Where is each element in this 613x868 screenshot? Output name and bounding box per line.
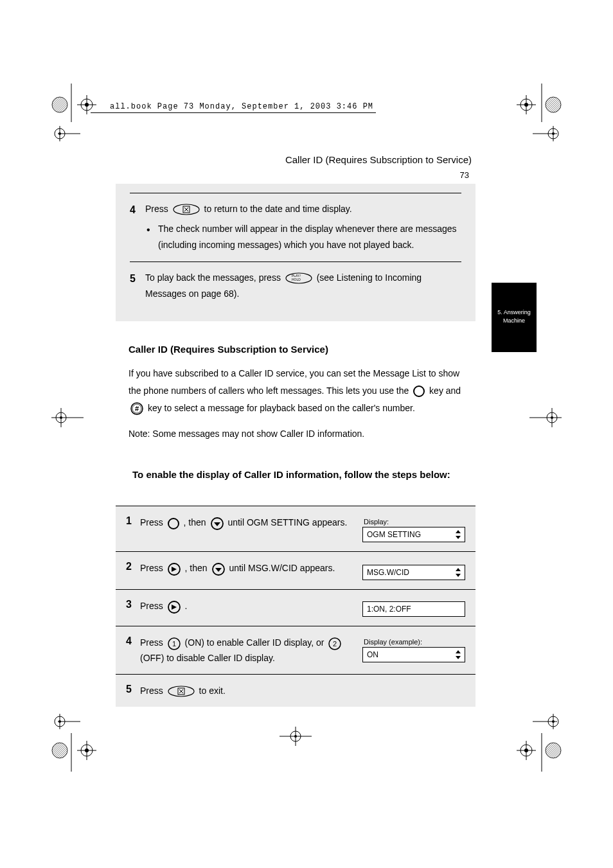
svg-point-10	[58, 132, 61, 135]
play-hold-button-icon: PLAY/HOLD	[285, 272, 313, 285]
svg-text:2: 2	[333, 640, 337, 648]
crop-mark-bottom-center	[280, 727, 312, 746]
svg-point-6	[85, 103, 89, 107]
key-2-icon: 2	[328, 637, 342, 651]
svg-point-12	[546, 97, 561, 112]
svg-text:HOLD: HOLD	[292, 278, 301, 281]
svg-point-46	[546, 743, 561, 758]
row2-mid: , then	[185, 563, 210, 573]
svg-point-33	[58, 720, 61, 723]
display-label: Display (example):	[362, 638, 465, 646]
svg-text:#: #	[135, 405, 139, 412]
steps-box-2: 1 Press , then until OGM SETTING appears…	[116, 506, 475, 707]
step-number: 4	[130, 201, 145, 254]
step-number: 5	[126, 684, 140, 695]
crop-mark-mid-right	[529, 408, 562, 427]
step4-substep: The check number will appear in the disp…	[145, 221, 461, 253]
display-text: ON	[367, 650, 378, 659]
rec-memo-button-icon	[413, 385, 425, 398]
svg-point-40	[85, 748, 89, 752]
svg-point-35	[52, 743, 67, 758]
svg-point-21	[552, 132, 555, 135]
section-para-after: key to select a message for playback bas…	[148, 403, 415, 413]
section-note: Note: Some messages may not show Caller …	[129, 425, 469, 443]
step4-text-before: Press	[145, 204, 171, 214]
step-number: 2	[126, 561, 140, 572]
down-arrow-button-icon	[211, 562, 226, 576]
section-paragraph: If you have subscribed to a Caller ID se…	[129, 365, 469, 416]
row4-pre: Press	[140, 637, 166, 648]
hash-key-icon: #	[130, 402, 144, 416]
scroll-arrows-icon	[454, 650, 462, 660]
step-number: 4	[126, 635, 140, 647]
scroll-arrows-icon	[454, 529, 462, 540]
svg-point-25	[60, 416, 62, 419]
row4-mid: (ON) to enable Caller ID display, or	[185, 637, 327, 648]
down-arrow-button-icon	[210, 517, 224, 531]
row1-post: until OGM SETTING appears.	[227, 517, 347, 527]
row2-post: until MSG.W/CID appears.	[229, 563, 335, 573]
stop-button-icon: STOP	[172, 203, 200, 216]
display-box: MSG.W/CID	[362, 565, 465, 580]
book-header: all.book Page 73 Monday, September 1, 20…	[91, 102, 376, 113]
crop-mark-top-right	[507, 84, 565, 141]
row2-pre: Press	[140, 563, 166, 573]
svg-point-51	[524, 748, 528, 752]
svg-point-64	[414, 386, 424, 396]
step-number: 5	[130, 270, 145, 302]
row1-pre: Press	[140, 517, 166, 527]
svg-point-44	[552, 720, 555, 723]
display-box: ON	[362, 647, 465, 662]
svg-point-1	[52, 97, 67, 112]
section-para-mid: key and	[429, 385, 461, 396]
step-number: 1	[126, 515, 140, 527]
page-number: 73	[116, 170, 475, 180]
enter-right-button-icon	[167, 562, 181, 576]
row5-post: to exit.	[199, 686, 226, 696]
steps-box-1: 4 Press STOP to return to the date and t…	[116, 184, 475, 321]
display-box: 1:ON, 2:OFF	[362, 601, 465, 617]
section-para-before: If you have subscribed to a Caller ID se…	[129, 368, 459, 396]
svg-point-29	[551, 416, 553, 419]
svg-point-55	[294, 735, 297, 738]
svg-point-68	[168, 518, 179, 529]
display-text: OGM SETTING	[367, 530, 421, 539]
display-box: OGM SETTING	[362, 527, 465, 542]
enable-heading: To enable the display of Caller ID infor…	[129, 466, 469, 484]
display-text: MSG.W/CID	[367, 568, 409, 577]
row5-pre: Press	[140, 686, 166, 696]
row3-post: .	[185, 601, 188, 611]
row3-pre: Press	[140, 601, 166, 611]
function-button-icon	[167, 517, 180, 530]
enter-right-button-icon	[167, 600, 181, 614]
step4-text-after: to return to the date and time display.	[204, 204, 352, 214]
step5-text-before: To play back the messages, press	[145, 272, 283, 283]
row4-post: (OFF) to disable Caller ID display.	[140, 653, 275, 663]
display-label: Display:	[362, 518, 465, 526]
crop-mark-bottom-right	[507, 714, 565, 772]
section-tab: 5. Answering Machine	[492, 283, 537, 352]
svg-point-17	[524, 103, 528, 107]
crop-mark-mid-left	[51, 408, 84, 427]
display-text: 1:ON, 2:OFF	[367, 605, 411, 614]
page-title: Caller ID (Requires Subscription to Serv…	[116, 154, 475, 165]
row1-mid: , then	[184, 517, 209, 527]
section-heading: Caller ID (Requires Subscription to Serv…	[129, 341, 469, 359]
scroll-arrows-icon	[454, 567, 462, 578]
key-1-icon: 1	[167, 637, 181, 651]
step-number: 3	[126, 599, 140, 610]
svg-text:1: 1	[172, 640, 176, 648]
stop-button-icon	[167, 685, 195, 698]
crop-mark-bottom-left	[48, 714, 106, 772]
